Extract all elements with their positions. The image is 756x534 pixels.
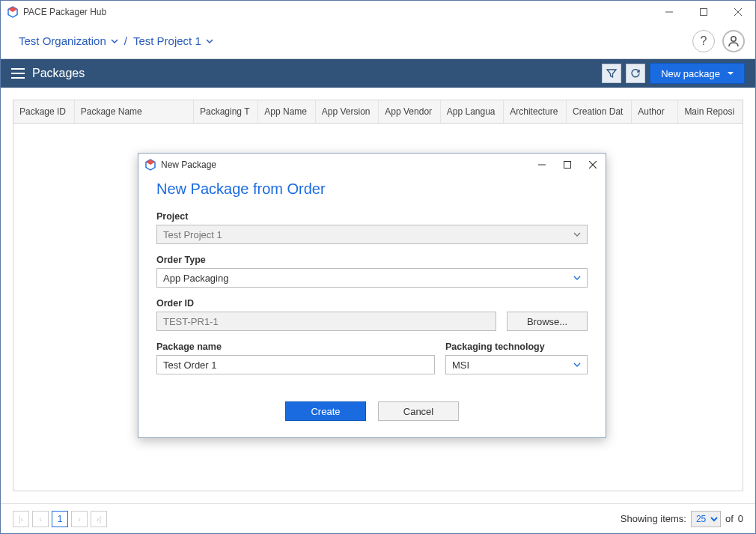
chevron-down-icon [573,361,581,368]
packaging-technology-label: Packaging technology [445,342,588,352]
dialog-close-button[interactable] [580,154,606,176]
breadcrumb-bar: Test Organization / Test Project 1 ? [1,23,755,59]
dialog-maximize-button[interactable] [555,154,580,176]
dialog-logo-icon [144,159,156,171]
filter-icon [606,68,617,79]
order-type-label: Order Type [156,255,588,265]
col-architecture[interactable]: Architecture [504,100,567,124]
create-button[interactable]: Create [285,401,366,421]
new-package-button[interactable]: New package [650,63,745,84]
page-header: Packages New package [1,59,755,88]
chevron-down-icon [206,37,213,45]
window-maximize-button[interactable] [686,1,721,23]
refresh-icon [630,68,641,79]
breadcrumb-project[interactable]: Test Project 1 [133,34,213,47]
breadcrumb-organization[interactable]: Test Organization [19,34,118,47]
page-current[interactable]: 1 [52,511,68,527]
col-app-version[interactable]: App Version [315,100,379,124]
project-label: Project [156,211,588,222]
breadcrumb: Test Organization / Test Project 1 [19,34,213,47]
caret-down-icon [728,70,734,76]
chevron-down-icon [573,231,581,238]
total-count: 0 [738,513,743,524]
user-icon [727,34,740,48]
dialog-body: New Package from Order Project Test Proj… [138,176,606,437]
menu-button[interactable] [11,68,25,79]
col-app-language[interactable]: App Langua [440,100,504,124]
pager: |‹ ‹ 1 › ›| [13,511,107,527]
col-app-vendor[interactable]: App Vendor [379,100,440,124]
packages-table: Package ID Package Name Packaging T App … [13,100,743,124]
dialog-minimize-button[interactable] [529,154,555,176]
page-last-button[interactable]: ›| [91,511,107,527]
col-creation-date[interactable]: Creation Dat [567,100,632,124]
col-author[interactable]: Author [632,100,678,124]
breadcrumb-organization-label: Test Organization [19,34,106,47]
help-button[interactable]: ? [692,30,715,52]
app-titlebar: PACE Packager Hub [1,1,755,23]
col-packaging-technology[interactable]: Packaging T [193,100,257,124]
breadcrumb-project-label: Test Project 1 [133,34,201,47]
project-value: Test Project 1 [163,229,222,240]
svg-marker-1 [8,7,17,12]
window-close-button[interactable] [721,1,755,23]
new-package-dialog: New Package New Package from Order Proje… [138,153,606,438]
filter-button[interactable] [602,64,621,83]
window-buttons [652,1,755,23]
chevron-down-icon [573,274,581,282]
order-type-value: App Packaging [163,273,228,284]
packaging-technology-select[interactable]: MSI [445,355,588,374]
col-package-name[interactable]: Package Name [74,100,193,124]
col-app-name[interactable]: App Name [258,100,316,124]
package-name-label: Package name [156,342,435,352]
dialog-titlebar: New Package [138,154,606,176]
window-minimize-button[interactable] [652,1,686,23]
project-select[interactable]: Test Project 1 [156,225,588,244]
dialog-heading: New Package from Order [156,180,588,198]
page-first-button[interactable]: |‹ [13,511,29,527]
svg-marker-10 [146,160,155,165]
of-label: of [725,513,734,524]
refresh-button[interactable] [626,64,645,83]
page-size-select[interactable]: 25 [691,511,721,527]
dialog-window-title: New Package [161,160,216,170]
cancel-button[interactable]: Cancel [378,401,459,421]
svg-marker-8 [728,72,734,75]
table-header-row: Package ID Package Name Packaging T App … [13,100,743,124]
svg-rect-3 [701,9,707,16]
browse-button[interactable]: Browse... [507,312,588,331]
breadcrumb-separator: / [124,34,127,47]
svg-rect-12 [564,162,571,169]
order-id-label: Order ID [156,298,588,309]
page-title: Packages [32,67,85,80]
showing-items-label: Showing items: [621,513,686,524]
package-name-input[interactable] [156,355,435,374]
col-main-repository[interactable]: Main Reposi [678,100,743,124]
chevron-down-icon [111,37,118,45]
page-next-button[interactable]: › [71,511,88,527]
svg-point-6 [731,36,736,40]
order-type-select[interactable]: App Packaging [156,268,588,288]
packaging-technology-value: MSI [452,359,469,371]
pagination-footer: |‹ ‹ 1 › ›| Showing items: 25 of 0 [1,503,755,533]
help-icon: ? [701,34,707,48]
page-prev-button[interactable]: ‹ [32,511,49,527]
order-id-input[interactable] [156,312,496,331]
svg-marker-7 [607,70,616,77]
app-title: PACE Packager Hub [23,7,652,17]
new-package-label: New package [661,68,720,79]
col-package-id[interactable]: Package ID [13,100,74,124]
app-logo-icon [7,6,19,18]
user-avatar-button[interactable] [722,30,745,52]
